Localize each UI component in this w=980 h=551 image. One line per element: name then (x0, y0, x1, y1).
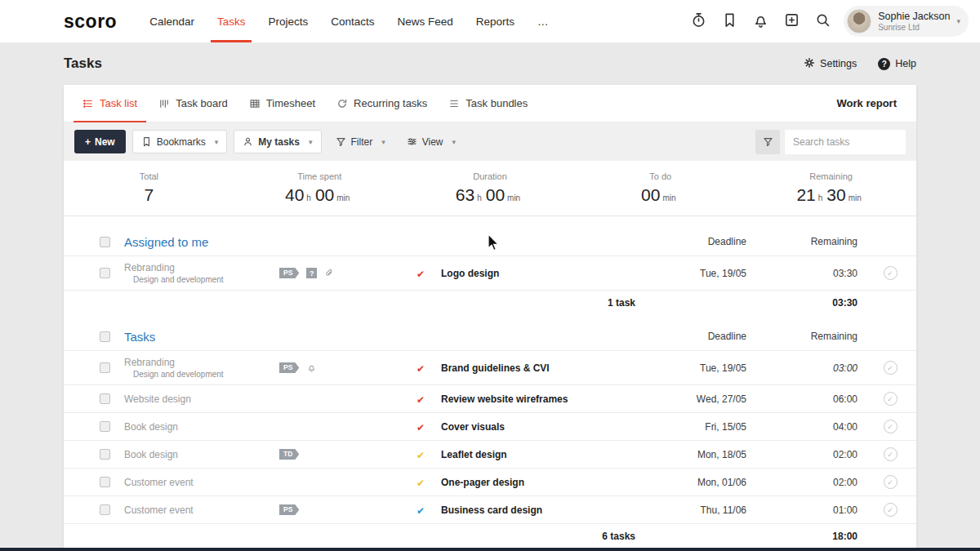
question-tag: ? (306, 268, 317, 278)
filter-button[interactable]: Filter (328, 130, 393, 153)
row-checkbox[interactable] (100, 449, 110, 460)
project-subtitle: Design and development (124, 275, 279, 284)
filter-toggle-button[interactable] (755, 130, 780, 154)
my-tasks-button[interactable]: My tasks (234, 130, 321, 153)
project-name[interactable]: Customer event (124, 504, 279, 516)
help-button[interactable]: ? Help (878, 58, 916, 70)
mark-done-button[interactable] (884, 420, 898, 433)
deadline: Thu, 11/06 (668, 504, 774, 516)
view-button[interactable]: View (399, 130, 463, 153)
status-check-icon (416, 361, 441, 375)
section-checkbox[interactable] (100, 331, 110, 342)
mark-done-button[interactable] (884, 266, 898, 280)
search-input[interactable] (785, 130, 906, 154)
nav-more[interactable]: … (526, 0, 560, 42)
section-header: Assigned to me Deadline Remaining (64, 228, 916, 256)
bell-icon[interactable] (753, 12, 768, 31)
label-tag: PS (279, 268, 299, 278)
bundles-icon (448, 98, 460, 109)
task-name[interactable]: Business card design (441, 504, 668, 516)
remaining-header[interactable]: Remaining (774, 236, 864, 247)
mark-done-button[interactable] (884, 392, 898, 406)
tab-timesheet[interactable]: Timesheet (238, 85, 326, 122)
tab-task-list[interactable]: Task list (72, 85, 148, 122)
work-report-button[interactable]: Work report (817, 85, 916, 122)
status-check-icon (416, 503, 441, 518)
mark-done-button[interactable] (884, 361, 898, 375)
settings-button[interactable]: Settings (804, 57, 857, 71)
nav-reports[interactable]: Reports (465, 0, 526, 42)
row-checkbox[interactable] (100, 477, 110, 487)
row-checkbox[interactable] (100, 504, 110, 515)
task-row[interactable]: Website design Review website wireframes… (64, 384, 916, 412)
mark-done-button[interactable] (884, 447, 898, 461)
section-checkbox[interactable] (100, 237, 110, 247)
section-title[interactable]: Tasks (124, 330, 668, 344)
deadline-header[interactable]: Deadline (668, 236, 774, 247)
sliders-icon (407, 136, 417, 147)
avatar (847, 9, 871, 33)
task-name[interactable]: Review website wireframes (441, 393, 668, 405)
status-check-icon (416, 475, 441, 490)
alarm-icon (306, 362, 317, 373)
task-row[interactable]: Customer event PS Business card design T… (64, 495, 916, 523)
nav-contacts[interactable]: Contacts (319, 0, 385, 42)
bookmark-icon (141, 136, 152, 147)
page-header: Tasks Settings ? Help (0, 42, 980, 85)
bookmarks-button[interactable]: Bookmarks (132, 130, 228, 153)
new-task-button[interactable]: + New (74, 130, 126, 153)
project-name[interactable]: Book design (124, 449, 279, 460)
remaining-header[interactable]: Remaining (774, 331, 864, 342)
bookmark-icon[interactable] (722, 12, 737, 31)
mark-done-button[interactable] (884, 475, 898, 489)
tab-recurring-tasks[interactable]: Recurring tasks (326, 85, 438, 122)
nav-projects[interactable]: Projects (256, 0, 319, 42)
row-checkbox[interactable] (100, 268, 110, 278)
row-checkbox[interactable] (100, 421, 110, 432)
scoro-logo[interactable]: scoro (64, 11, 117, 33)
task-row[interactable]: Book design TD Leaflet design Mon, 18/05… (64, 440, 916, 468)
project-name[interactable]: Website design (124, 393, 279, 405)
project-name[interactable]: Customer event (124, 477, 279, 488)
task-name[interactable]: Logo design (441, 268, 668, 279)
remaining-time: 03:00 (774, 362, 864, 374)
task-row[interactable]: Rebranding Design and development PS Bra… (64, 350, 916, 384)
task-row[interactable]: Rebranding Design and development PS ? L… (64, 256, 916, 290)
status-check-icon (416, 266, 441, 281)
nav-news-feed[interactable]: News Feed (386, 0, 465, 42)
project-name[interactable]: Rebranding (124, 357, 279, 368)
project-name[interactable]: Book design (124, 421, 279, 433)
section-title[interactable]: Assigned to me (124, 235, 668, 249)
row-checkbox[interactable] (100, 362, 110, 373)
timer-icon[interactable] (691, 12, 706, 31)
row-checkbox[interactable] (100, 393, 110, 404)
page-title: Tasks (64, 56, 102, 72)
tab-task-bundles[interactable]: Task bundles (438, 85, 538, 122)
user-menu[interactable]: Sophie Jackson Sunrise Ltd ▾ (844, 6, 969, 37)
task-name[interactable]: One-pager design (441, 477, 668, 488)
remaining-total: 18:00 (774, 531, 864, 542)
task-name[interactable]: Cover visuals (441, 421, 668, 433)
task-name[interactable]: Brand guidelines & CVI (441, 362, 668, 374)
tab-task-board[interactable]: Task board (148, 85, 238, 122)
board-icon (158, 98, 170, 109)
remaining-total: 03:30 (774, 297, 864, 309)
user-name: Sophie Jackson (878, 11, 950, 22)
task-name[interactable]: Leaflet design (441, 449, 668, 460)
deadline: Fri, 15/05 (668, 421, 774, 433)
task-row[interactable]: Customer event One-pager design Mon, 01/… (64, 468, 916, 495)
search-icon[interactable] (815, 12, 831, 31)
deadline-header[interactable]: Deadline (668, 331, 774, 342)
summary-time-spent: Time spent 40h00min (234, 161, 405, 216)
label-tag: PS (279, 362, 299, 373)
deadline: Mon, 01/06 (668, 477, 774, 488)
task-row[interactable]: Book design Cover visuals Fri, 15/05 04:… (64, 412, 916, 440)
nav-calendar[interactable]: Calendar (138, 0, 206, 42)
status-check-icon (416, 447, 441, 462)
add-icon[interactable] (784, 12, 800, 31)
mark-done-button[interactable] (884, 503, 898, 517)
project-name[interactable]: Rebranding (124, 262, 279, 273)
top-bar: scoro Calendar Tasks Projects Contacts N… (0, 0, 980, 42)
view-tabs: Task list Task board Timesheet Recurring… (64, 85, 916, 122)
nav-tasks[interactable]: Tasks (206, 0, 257, 42)
